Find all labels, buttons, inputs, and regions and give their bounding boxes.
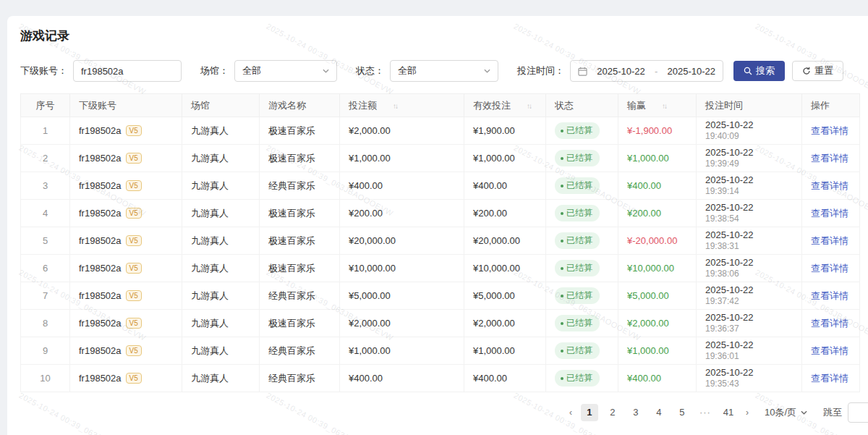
cell-winloss: ¥400.00 (627, 373, 661, 384)
cell-valid: ¥2,000.00 (464, 310, 546, 337)
cell-time: 19:36:01 (705, 351, 793, 362)
status-dot-icon (561, 212, 563, 215)
cell-venue: 九游真人 (182, 310, 260, 337)
table-row: 1 fr198502aV5 九游真人 极速百家乐 ¥2,000.00 ¥1,90… (21, 117, 860, 145)
date-range-picker[interactable]: 2025-10-22 - 2025-10-22 (570, 60, 723, 82)
page-size-select[interactable]: 10条/页 (765, 406, 807, 419)
cell-bet: ¥2,000.00 (340, 310, 464, 337)
view-detail-link[interactable]: 查看详情 (811, 208, 848, 219)
cell-bet: ¥200.00 (340, 200, 464, 227)
cell-game: 经典百家乐 (260, 365, 340, 392)
date-start-value: 2025-10-22 (597, 66, 645, 77)
cell-winloss: ¥-1,900.00 (627, 125, 672, 136)
page-next-button[interactable]: › (743, 407, 752, 418)
page-number-4[interactable]: 4 (650, 404, 668, 421)
page-number-1[interactable]: 1 (581, 404, 598, 421)
view-detail-link[interactable]: 查看详情 (811, 180, 848, 191)
cell-date: 2025-10-22 (705, 174, 793, 186)
level-badge: V5 (126, 318, 142, 329)
cell-venue: 九游真人 (182, 200, 260, 227)
table-body: 1 fr198502aV5 九游真人 极速百家乐 ¥2,000.00 ¥1,90… (21, 117, 860, 392)
view-detail-link[interactable]: 查看详情 (811, 235, 848, 246)
account-label: 下级账号： (20, 64, 67, 77)
sort-icon[interactable]: ↑↓ (393, 102, 397, 110)
page-number-2[interactable]: 2 (604, 404, 621, 421)
view-detail-link[interactable]: 查看详情 (811, 373, 848, 384)
cell-bet: ¥2,000.00 (340, 117, 464, 145)
cell-winloss: ¥1,000.00 (627, 345, 669, 356)
page-ellipsis[interactable]: ··· (697, 404, 714, 421)
cell-no: 7 (21, 282, 70, 310)
status-text: 已结算 (566, 180, 592, 192)
reset-button[interactable]: 重置 (792, 61, 843, 81)
status-dot-icon (561, 322, 563, 325)
records-table: 序号 下级账号 场馆 游戏名称 投注额↑↓ 有效投注↑↓ 状态 输赢↑↓ 投注时… (20, 93, 854, 392)
level-badge: V5 (126, 180, 142, 191)
venue-label: 场馆： (200, 64, 229, 77)
status-text: 已结算 (566, 124, 592, 137)
chevron-down-icon (323, 69, 329, 73)
cell-venue: 九游真人 (182, 145, 260, 172)
view-detail-link[interactable]: 查看详情 (811, 263, 848, 274)
cell-bet: ¥1,000.00 (340, 145, 464, 172)
account-text: fr198502a (79, 208, 122, 219)
view-detail-link[interactable]: 查看详情 (811, 153, 848, 164)
cell-bet: ¥20,000.00 (340, 227, 464, 255)
page-number-41[interactable]: 41 (720, 404, 737, 421)
status-select[interactable]: 全部 (390, 60, 498, 82)
col-header-bet-label: 投注额 (349, 100, 377, 111)
view-detail-link[interactable]: 查看详情 (811, 125, 848, 136)
cell-date: 2025-10-22 (705, 119, 793, 131)
view-detail-link[interactable]: 查看详情 (811, 345, 848, 356)
account-input[interactable] (73, 60, 182, 82)
cell-time: 19:38:31 (705, 241, 793, 252)
cell-no: 4 (21, 200, 70, 227)
status-text: 已结算 (566, 317, 592, 329)
account-text: fr198502a (79, 235, 122, 246)
reset-icon (802, 67, 811, 75)
account-text: fr198502a (79, 125, 122, 136)
account-text: fr198502a (79, 153, 122, 164)
table-header-row: 序号 下级账号 场馆 游戏名称 投注额↑↓ 有效投注↑↓ 状态 输赢↑↓ 投注时… (21, 94, 860, 117)
jump-to-input[interactable] (848, 402, 868, 423)
level-badge: V5 (126, 235, 142, 246)
status-label: 状态： (356, 64, 384, 77)
cell-venue: 九游真人 (182, 172, 260, 200)
cell-no: 5 (21, 227, 70, 255)
cell-no: 2 (21, 145, 70, 172)
col-header-valid: 有效投注↑↓ (464, 94, 546, 117)
cell-date: 2025-10-22 (705, 229, 793, 241)
page-prev-button[interactable]: ‹ (566, 407, 575, 418)
view-detail-link[interactable]: 查看详情 (811, 318, 848, 329)
date-end-value: 2025-10-22 (668, 66, 716, 77)
cell-winloss: ¥200.00 (627, 208, 661, 219)
status-text: 已结算 (566, 372, 592, 384)
status-badge: 已结算 (555, 232, 600, 249)
page-number-5[interactable]: 5 (673, 404, 691, 421)
search-button[interactable]: 搜索 (733, 61, 785, 81)
table-row: 9 fr198502aV5 九游真人 经典百家乐 ¥1,000.00 ¥1,00… (21, 337, 860, 365)
cell-date: 2025-10-22 (705, 367, 793, 379)
col-header-bet: 投注额↑↓ (340, 94, 464, 117)
sort-icon[interactable]: ↑↓ (662, 102, 666, 110)
sort-icon[interactable]: ↑↓ (527, 102, 531, 110)
status-select-value: 全部 (398, 64, 417, 77)
page-number-3[interactable]: 3 (627, 404, 644, 421)
venue-select[interactable]: 全部 (234, 60, 337, 82)
level-badge: V5 (126, 125, 142, 136)
cell-game: 极速百家乐 (260, 117, 340, 145)
cell-no: 6 (21, 255, 70, 282)
cell-time: 19:35:43 (705, 379, 793, 389)
filter-bar: 下级账号： 场馆： 全部 状态： 全部 投注时间： 2025-10-22 - 2… (14, 60, 854, 82)
cell-venue: 九游真人 (182, 365, 260, 392)
view-detail-link[interactable]: 查看详情 (811, 290, 848, 301)
table-row: 6 fr198502aV5 九游真人 极速百家乐 ¥10,000.00 ¥10,… (21, 255, 860, 282)
status-text: 已结算 (566, 345, 592, 357)
status-dot-icon (561, 377, 563, 380)
bet-time-label: 投注时间： (517, 64, 564, 77)
cell-game: 极速百家乐 (260, 200, 340, 227)
status-badge: 已结算 (555, 205, 600, 221)
cell-bet: ¥10,000.00 (340, 255, 464, 282)
cell-game: 经典百家乐 (260, 282, 340, 310)
account-text: fr198502a (79, 263, 122, 274)
